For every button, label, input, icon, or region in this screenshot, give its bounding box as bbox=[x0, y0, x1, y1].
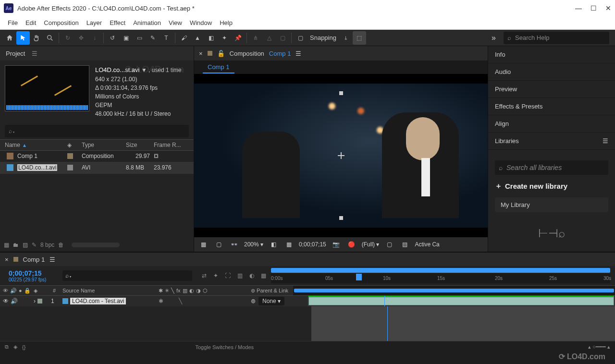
snap-magnet-icon[interactable]: ⫰ bbox=[339, 31, 353, 45]
libraries-search-input[interactable]: ⌕ Search all libraries bbox=[495, 160, 608, 175]
snapshot-icon[interactable]: 📷 bbox=[331, 240, 342, 249]
motion-blur-icon[interactable]: ◐ bbox=[189, 288, 194, 294]
panel-info[interactable]: Info bbox=[488, 46, 615, 63]
lock-icon[interactable]: 🔓 bbox=[217, 50, 225, 57]
project-tab[interactable]: Project bbox=[6, 50, 25, 57]
layer-track[interactable] bbox=[308, 296, 615, 306]
adjustment-icon[interactable]: ◑ bbox=[196, 288, 201, 294]
toggle-switches-icon[interactable]: ⧉ bbox=[5, 344, 9, 350]
anchor-point-icon[interactable] bbox=[338, 152, 344, 159]
frame-blend-icon[interactable]: ▥ bbox=[183, 288, 187, 294]
overflow-icon[interactable]: » bbox=[492, 34, 496, 42]
quality-icon[interactable]: ╲ bbox=[171, 288, 174, 294]
3d-plane-icon[interactable]: △ bbox=[262, 31, 276, 45]
lock-icon[interactable]: 🔒 bbox=[24, 288, 31, 294]
panel-menu-icon[interactable]: ☰ bbox=[49, 256, 55, 263]
panel-libraries[interactable]: Libraries ☰ bbox=[488, 133, 615, 150]
timeline-tab[interactable]: Comp 1 bbox=[23, 256, 45, 263]
create-library-button[interactable]: ＋ Create new library bbox=[495, 182, 608, 191]
menu-view[interactable]: View bbox=[165, 19, 186, 26]
video-visibility-icon[interactable]: 👁 bbox=[3, 298, 9, 304]
roi-icon[interactable]: ◧ bbox=[268, 240, 279, 249]
bpc-toggle[interactable]: 8 bpc bbox=[40, 242, 54, 248]
layer-clip[interactable] bbox=[308, 297, 614, 305]
panel-align[interactable]: Align bbox=[488, 115, 615, 133]
graph-editor-icon[interactable]: ▦ bbox=[261, 272, 266, 279]
interpret-footage-icon[interactable]: ▦ bbox=[4, 242, 9, 248]
timeline-layer-row[interactable]: 👁 🔊 › 1 LO4D.com - Test.avi ✱ ╲ ⊚ None ▾ bbox=[0, 296, 615, 306]
search-slider[interactable] bbox=[72, 243, 120, 247]
fast-preview-icon[interactable]: ▢ bbox=[384, 240, 394, 249]
current-time-display[interactable]: 0;00;07;15 00225 (29.97 fps) bbox=[0, 269, 53, 282]
color-label[interactable] bbox=[37, 299, 42, 303]
menu-layer[interactable]: Layer bbox=[83, 19, 106, 26]
brush-tool[interactable]: 🖌 bbox=[177, 31, 191, 45]
home-icon[interactable] bbox=[3, 31, 16, 45]
footage-thumbnail[interactable] bbox=[5, 65, 89, 111]
rotate-tool[interactable]: ↻ bbox=[61, 31, 74, 45]
toggle-modes-icon[interactable]: ◈ bbox=[13, 344, 17, 350]
audio-icon[interactable]: 🔊 bbox=[10, 288, 17, 294]
pan-behind-tool[interactable]: ↓ bbox=[88, 31, 101, 45]
snap-bounds-icon[interactable]: ⬚ bbox=[353, 31, 366, 45]
zoom-dropdown[interactable]: 200% ▾ bbox=[244, 241, 263, 248]
comp-mini-flowchart-icon[interactable]: ⇄ bbox=[202, 272, 207, 279]
layer-name[interactable]: LO4D.com - Test.avi bbox=[70, 298, 126, 304]
video-visibility-icon[interactable]: 👁 bbox=[3, 288, 8, 294]
clone-stamp-tool[interactable]: ▲ bbox=[191, 31, 204, 45]
toggle-alpha-icon[interactable]: ▦ bbox=[198, 240, 209, 249]
flowchart-icon[interactable]: ⛋ bbox=[154, 153, 160, 159]
time-ruler[interactable]: 0:00s 05s 10s 15s 20s 25s 30s bbox=[271, 274, 610, 283]
grid-icon[interactable]: ▦ bbox=[283, 240, 294, 249]
color-label[interactable] bbox=[67, 165, 73, 170]
menu-edit[interactable]: Edit bbox=[22, 19, 40, 26]
audio-icon[interactable]: 🔊 bbox=[11, 298, 18, 304]
parent-dropdown[interactable]: None ▾ bbox=[258, 297, 284, 305]
toggle-mask-icon[interactable]: 👓 bbox=[229, 240, 239, 249]
transform-handle[interactable] bbox=[339, 91, 343, 95]
project-search-input[interactable]: ⌕▾ bbox=[5, 125, 189, 137]
menu-animation[interactable]: Animation bbox=[129, 19, 165, 26]
transform-handle[interactable] bbox=[339, 216, 343, 220]
panel-preview[interactable]: Preview bbox=[488, 81, 615, 98]
shy-icon[interactable]: ⛶ bbox=[225, 272, 231, 279]
menu-help[interactable]: Help bbox=[216, 19, 236, 26]
work-area[interactable] bbox=[294, 289, 614, 292]
label-icon[interactable]: ◈ bbox=[34, 288, 37, 293]
panel-audio[interactable]: Audio bbox=[488, 63, 615, 81]
close-tab-icon[interactable]: × bbox=[5, 256, 9, 263]
playhead[interactable] bbox=[356, 274, 362, 280]
color-label[interactable] bbox=[67, 153, 73, 159]
draft-3d-icon[interactable]: ✦ bbox=[213, 272, 218, 279]
panel-effects-presets[interactable]: Effects & Presets bbox=[488, 98, 615, 115]
zoom-tool[interactable] bbox=[43, 31, 57, 45]
shy-switch[interactable]: ✱ bbox=[159, 298, 163, 304]
resolution-dropdown[interactable]: (Full) ▾ bbox=[362, 241, 380, 248]
channel-icon[interactable]: 🔴 bbox=[346, 240, 357, 249]
collapse-icon[interactable]: ✳ bbox=[165, 288, 169, 294]
camera-dropdown[interactable]: Active Ca bbox=[415, 241, 439, 248]
maximize-button[interactable]: ☐ bbox=[590, 4, 597, 12]
panel-menu-icon[interactable]: ☰ bbox=[32, 50, 37, 57]
3d-box-icon[interactable]: ▢ bbox=[276, 31, 289, 45]
type-tool[interactable]: T bbox=[160, 31, 173, 45]
project-row-comp[interactable]: Comp 1 Composition 29.97 ⛋ bbox=[0, 151, 194, 162]
menu-window[interactable]: Window bbox=[186, 19, 216, 26]
frame-blend-icon[interactable]: ▥ bbox=[237, 272, 243, 279]
close-tab-icon[interactable]: × bbox=[199, 50, 203, 57]
composition-viewer[interactable] bbox=[194, 74, 488, 237]
snap-icon[interactable]: ▢ bbox=[294, 31, 307, 45]
toggle-transparency-icon[interactable]: ▢ bbox=[213, 240, 224, 249]
brackets-icon[interactable]: {} bbox=[22, 344, 25, 350]
search-help-input[interactable]: ⌕ Search Help bbox=[504, 32, 609, 44]
rect-tool[interactable]: ▣ bbox=[119, 31, 133, 45]
panel-menu-icon[interactable]: ☰ bbox=[603, 137, 608, 145]
expand-icon[interactable]: › bbox=[34, 298, 36, 304]
menu-file[interactable]: File bbox=[4, 19, 22, 26]
3d-layer-icon[interactable]: ⬡ bbox=[203, 288, 208, 294]
3d-axis-icon[interactable]: ⋔ bbox=[249, 31, 262, 45]
pickwhip-icon[interactable]: ⊚ bbox=[251, 298, 256, 304]
puppet-pin-tool[interactable]: 📌 bbox=[231, 31, 245, 45]
roto-brush-tool[interactable]: ✦ bbox=[218, 31, 231, 45]
panel-menu-icon[interactable]: ☰ bbox=[295, 50, 301, 57]
